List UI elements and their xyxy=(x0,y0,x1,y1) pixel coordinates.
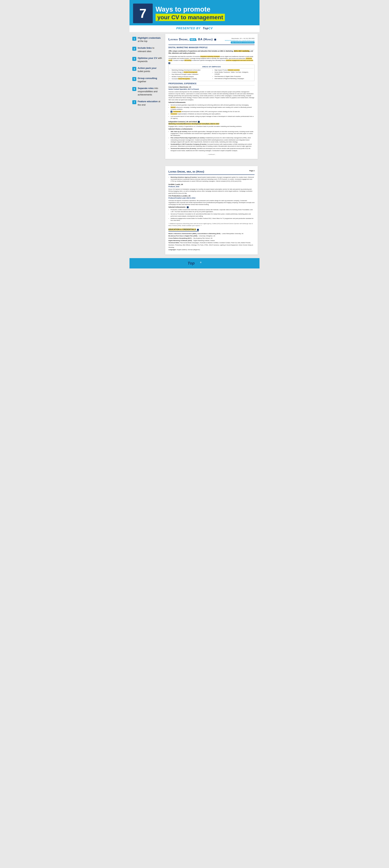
brand-name: TopCV xyxy=(203,27,213,30)
areas-icon: ▣ xyxy=(168,62,170,64)
tip-text-3: Optimise your CV with keywords xyxy=(138,57,162,63)
tip-item-2: 2 Include links to relevant sites xyxy=(131,45,163,54)
cv-icon-box: i xyxy=(214,39,216,40)
page-gap xyxy=(130,161,259,164)
tip-text-6: Separate roles into responsibilities and… xyxy=(138,87,162,96)
cv-p2-page: Page 2 xyxy=(249,169,254,172)
tip-text-7: Feature education at the end xyxy=(138,100,162,106)
tip-item-6: 6 Separate roles into responsibilities a… xyxy=(131,85,163,98)
cv-scribble-body: Drove 212 backers to Kickstarter campaig… xyxy=(168,188,254,194)
cv-profile-summary: Offer unique combination of experience a… xyxy=(168,50,254,54)
tips-sidebar: 1 Highlight credentials at the top 2 Inc… xyxy=(130,32,165,161)
areas-right-list: High-Impact Product/Website Launches Soc… xyxy=(212,69,253,80)
header-title-line1: Ways to promote xyxy=(156,6,225,13)
tip-num-6: 6 xyxy=(132,87,136,91)
presented-by-label: PRESENTED BY xyxy=(176,27,200,30)
cv-additional-note: ** Additional experience Advertising Int… xyxy=(168,223,254,226)
big-number: 7 xyxy=(133,4,153,23)
areas-left-list: Marketing Strategy Development & Executi… xyxy=(169,69,211,80)
tip-num-3: 3 xyxy=(132,57,136,61)
tip-num-7: 7 xyxy=(132,100,136,104)
cv-job2-icon: i xyxy=(198,121,200,123)
edu-icon: i xyxy=(197,229,199,230)
tip-num-4: 4 xyxy=(132,67,136,71)
footer-brand: TopCV® xyxy=(132,261,257,266)
tip-text-2: Include links to relevant sites xyxy=(138,46,162,53)
cv-p2-name: Lavinia Drewe, mba, ba (Hons) xyxy=(168,169,204,174)
cv-xyz-body: Oversaw all aspects of business operatio… xyxy=(168,199,254,206)
areas-title: Areas of Emphasis xyxy=(169,66,253,68)
cv-header-row: Lavinia Drewe, MBA, BA (Hons) i Manchest… xyxy=(168,37,254,45)
footer: TopCV® xyxy=(130,258,259,269)
tip-text-1: Highlight credentials at the top xyxy=(138,36,162,43)
tip-item-1: 1 Highlight credentials at the top xyxy=(131,35,163,44)
cv-xyz-achievements: Production credits include three short f… xyxy=(168,209,254,221)
cv-xyz-achievements-label: Selected Achievements: i xyxy=(168,206,254,208)
cv-xyz-icon: i xyxy=(187,207,189,208)
cv-job2-achievements: ABC Start-up (6 months): Built new B2B o… xyxy=(168,131,254,152)
edu-title: Education & Credentials xyxy=(168,228,196,230)
presented-by-bar: PRESENTED BY TopCV xyxy=(130,25,259,32)
header-title-line2: your CV to management xyxy=(156,14,225,21)
cv-job2-body: Engaged with a variety of organisations … xyxy=(168,125,254,127)
cv-continued: ... continued ... xyxy=(168,153,254,155)
tip-text-5: Group consulting together xyxy=(138,77,162,83)
cv-page2: Lavinia Drewe, mba, ba (Hons) Page 2 Mar… xyxy=(165,166,258,254)
cv-job1-body: Oversee content development for this wor… xyxy=(168,91,254,101)
areas-section: Areas of Emphasis Marketing Strategy Dev… xyxy=(168,65,254,81)
tip-text-4: Action pack your bullet points xyxy=(138,66,162,73)
header: 7 Ways to promote your CV to management xyxy=(130,0,259,25)
tip-num-5: 5 xyxy=(132,77,136,81)
cv-p2-continued-list: Marketing Solutions Agency (5 weeks): Sp… xyxy=(168,176,254,182)
tip-num-1: 1 xyxy=(132,37,136,41)
edu-list: Master of Business Administration (MBA),… xyxy=(168,232,254,251)
cv-xyz-header: XYZ Productions | London, UK Producer/Cr… xyxy=(168,195,254,199)
cv-page1: Lavinia Drewe, MBA, BA (Hons) i Manchest… xyxy=(165,34,258,159)
cv-exp-title: Professional Experience xyxy=(168,83,254,86)
cv-job1-achievements: Served as brand guardian responsible for… xyxy=(168,104,254,119)
cv-job1-achievements-label: Selected Achievements: xyxy=(168,101,254,104)
tip-item-7: 7 Feature education at the end xyxy=(131,98,163,108)
cv-name: Lavinia Drewe, MBA, BA (Hons) i xyxy=(168,37,216,41)
tip-item-3: 3 Optimise your CV with keywords xyxy=(131,55,163,64)
cv-scribble-header: Scribble | Leeds, UK Producer, 2015 xyxy=(168,184,254,188)
cv-contact: Manchester, UK • +44 161 555 5555 lavini… xyxy=(225,37,254,43)
cv-job1-header: Cora Systems | Manchester, UK Senior Con… xyxy=(168,86,254,90)
cv-profile-body: Conceptualise and lead the execution of … xyxy=(168,56,254,62)
cv-p2-header-row: Lavinia Drewe, mba, ba (Hons) Page 2 xyxy=(168,169,254,175)
tip-num-2: 2 xyxy=(132,47,136,51)
tip-item-4: 4 Action pack your bullet points xyxy=(131,65,163,74)
tip-item-5: 5 Group consulting together xyxy=(131,75,163,85)
cv-profile-title: DIGITAL MARKETING MANAGER PROFILE xyxy=(168,46,254,50)
cv-job2-header: Independent Contracts | UK and Ireland i… xyxy=(168,121,254,125)
cv-job2-achievements-label: Selected Clients & Achievements: xyxy=(168,128,254,130)
